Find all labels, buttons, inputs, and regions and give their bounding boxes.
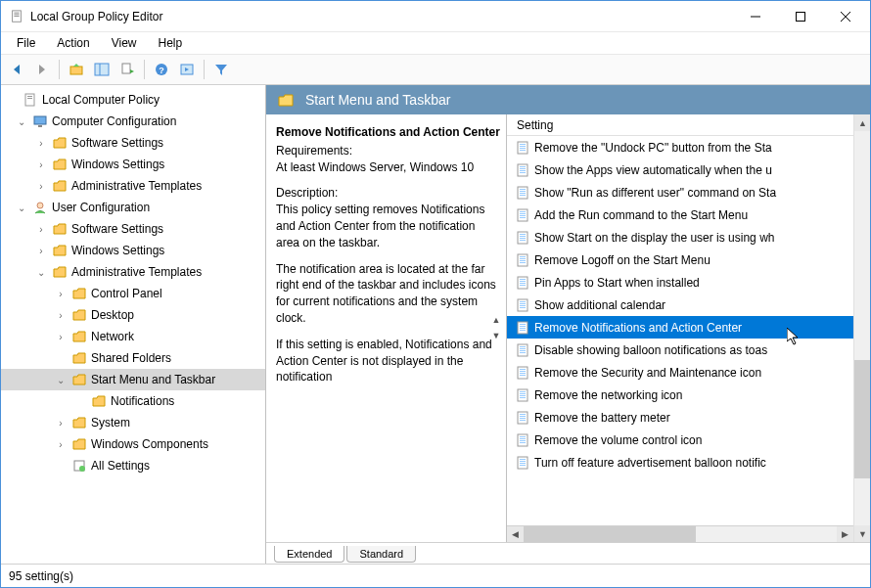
setting-row[interactable]: Show additional calendar <box>507 294 853 316</box>
menu-help[interactable]: Help <box>149 34 193 52</box>
setting-row[interactable]: Remove the networking icon <box>507 384 853 406</box>
menu-action[interactable]: Action <box>47 34 99 52</box>
forward-button[interactable] <box>30 58 54 81</box>
tree-system[interactable]: › System <box>1 412 265 433</box>
setting-row[interactable]: Disable showing balloon notifications as… <box>507 339 853 361</box>
scroll-left-icon[interactable]: ◀ <box>507 526 524 543</box>
scroll-down-icon[interactable]: ▼ <box>488 329 504 344</box>
up-button[interactable] <box>65 58 88 81</box>
filter-button[interactable] <box>209 58 233 81</box>
tree-notifications[interactable]: Notifications <box>1 390 265 412</box>
setting-row[interactable]: Remove Notifications and Action Center <box>507 316 853 339</box>
back-button[interactable] <box>5 58 28 81</box>
h-scrollbar[interactable]: ◀ ▶ <box>507 525 853 542</box>
tree-label: Desktop <box>91 308 134 322</box>
svg-rect-69 <box>520 346 526 347</box>
help-button[interactable]: ? <box>150 58 173 81</box>
collapsed-icon[interactable]: › <box>54 437 68 451</box>
tree-windows-settings[interactable]: › Windows Settings <box>1 154 265 175</box>
collapsed-icon[interactable]: › <box>54 287 68 300</box>
tree-admin-templates[interactable]: › Administrative Templates <box>1 175 265 197</box>
setting-row[interactable]: Show Start on the display the user is us… <box>507 226 853 249</box>
tree-windows-components[interactable]: › Windows Components <box>1 433 265 455</box>
show-hide-tree-button[interactable] <box>90 58 114 81</box>
tree-software-settings[interactable]: › Software Settings <box>1 132 265 154</box>
column-header-setting[interactable]: Setting <box>507 114 853 136</box>
tree-user-config[interactable]: ⌄ User Configuration <box>1 197 265 218</box>
scroll-down-icon[interactable]: ▼ <box>854 525 870 542</box>
tree-admin-templates-u[interactable]: ⌄ Administrative Templates <box>1 261 265 283</box>
tree-desktop[interactable]: › Desktop <box>1 304 265 326</box>
tree-start-menu-taskbar[interactable]: ⌄ Start Menu and Taskbar <box>1 369 265 390</box>
expanded-icon[interactable]: ⌄ <box>34 265 48 279</box>
tree-shared-folders[interactable]: Shared Folders <box>1 347 265 369</box>
collapsed-icon[interactable]: › <box>34 179 48 193</box>
policy-icon <box>23 92 38 108</box>
settings-list[interactable]: Remove the "Undock PC" button from the S… <box>507 136 853 525</box>
setting-row[interactable]: Remove the Security and Maintenance icon <box>507 361 853 384</box>
minimize-button[interactable] <box>733 2 778 31</box>
setting-row[interactable]: Pin Apps to Start when installed <box>507 271 853 294</box>
collapsed-icon[interactable]: › <box>54 416 68 430</box>
collapsed-icon[interactable]: › <box>34 244 48 257</box>
tree-all-settings[interactable]: All Settings <box>1 455 265 476</box>
folder-icon <box>52 264 68 280</box>
tab-standard[interactable]: Standard <box>346 546 416 563</box>
content-header: Start Menu and Taskbar <box>266 85 870 114</box>
tree-windows-settings-u[interactable]: › Windows Settings <box>1 240 265 261</box>
setting-label: Show "Run as different user" command on … <box>534 186 776 200</box>
collapsed-icon[interactable]: › <box>34 222 48 236</box>
expanded-icon[interactable]: ⌄ <box>54 373 68 386</box>
tree-computer-config[interactable]: ⌄ Computer Configuration <box>1 111 265 132</box>
folder-icon <box>52 178 68 194</box>
svg-rect-62 <box>520 307 526 308</box>
properties-button[interactable] <box>175 58 199 81</box>
collapsed-icon[interactable]: › <box>54 308 68 322</box>
setting-row[interactable]: Remove the battery meter <box>507 406 853 429</box>
close-button[interactable] <box>823 2 868 31</box>
v-scroll-thumb[interactable] <box>854 360 870 478</box>
setting-row[interactable]: Show "Run as different user" command on … <box>507 181 853 204</box>
scroll-up-icon[interactable]: ▲ <box>854 114 870 131</box>
setting-row[interactable]: Remove the volume control icon <box>507 429 853 451</box>
menu-view[interactable]: View <box>102 34 147 52</box>
svg-rect-82 <box>520 397 526 398</box>
menubar: File Action View Help <box>1 32 870 54</box>
h-scroll-thumb[interactable] <box>524 526 696 543</box>
tree-network[interactable]: › Network <box>1 326 265 347</box>
expanded-icon[interactable]: ⌄ <box>15 201 28 214</box>
setting-label: Show Start on the display the user is us… <box>534 231 774 245</box>
tree-pane[interactable]: Local Computer Policy ⌄ Computer Configu… <box>1 85 266 564</box>
expanded-icon[interactable]: ⌄ <box>15 114 28 128</box>
svg-rect-1 <box>14 12 19 13</box>
setting-row[interactable]: Show the Apps view automatically when th… <box>507 158 853 181</box>
computer-icon <box>32 113 48 129</box>
folder-icon <box>71 436 87 452</box>
setting-row[interactable]: Remove Logoff on the Start Menu <box>507 249 853 271</box>
setting-row[interactable]: Turn off feature advertisement balloon n… <box>507 451 853 474</box>
v-scroll-track[interactable] <box>854 131 870 525</box>
tab-extended[interactable]: Extended <box>274 546 344 563</box>
svg-text:?: ? <box>159 66 164 75</box>
menu-file[interactable]: File <box>7 34 45 52</box>
setting-row[interactable]: Remove the "Undock PC" button from the S… <box>507 136 853 158</box>
maximize-button[interactable] <box>778 2 823 31</box>
svg-rect-50 <box>520 258 526 259</box>
export-list-button[interactable] <box>115 58 139 81</box>
collapsed-icon[interactable]: › <box>54 330 68 343</box>
setting-row[interactable]: Add the Run command to the Start Menu <box>507 204 853 226</box>
v-scrollbar[interactable]: ▲ ▼ <box>853 114 870 542</box>
tree-root[interactable]: Local Computer Policy <box>1 89 265 111</box>
h-scroll-track[interactable] <box>524 526 837 543</box>
tree-control-panel[interactable]: › Control Panel <box>1 283 265 304</box>
collapsed-icon[interactable]: › <box>34 158 48 171</box>
tree-software-settings-u[interactable]: › Software Settings <box>1 218 265 240</box>
blank-twisty <box>54 459 68 473</box>
statusbar: 95 setting(s) <box>1 564 870 587</box>
policy-item-icon <box>515 140 530 156</box>
toolbar-separator <box>144 60 145 79</box>
scroll-right-icon[interactable]: ▶ <box>837 526 853 543</box>
scroll-up-icon[interactable]: ▲ <box>488 313 504 329</box>
collapsed-icon[interactable]: › <box>34 136 48 150</box>
svg-rect-96 <box>520 463 526 464</box>
